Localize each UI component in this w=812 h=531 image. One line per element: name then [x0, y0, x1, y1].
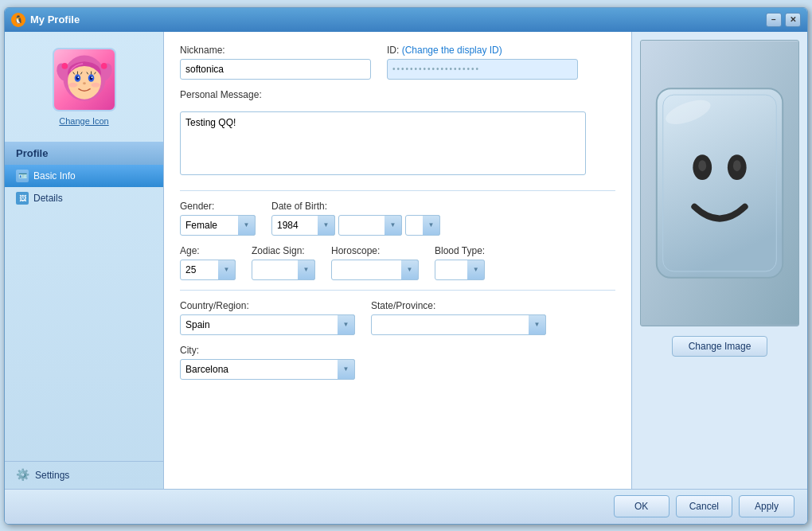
minimize-button[interactable]: −: [766, 13, 782, 27]
svg-point-27: [733, 160, 741, 171]
age-select[interactable]: 25: [180, 260, 236, 280]
blood-label: Blood Type:: [435, 245, 485, 256]
zodiac-select-wrapper: ▼: [252, 260, 315, 280]
svg-point-19: [91, 82, 100, 87]
profile-image-box: [640, 40, 799, 326]
country-group: Country/Region: Spain ▼: [180, 300, 355, 335]
personal-message-label: Personal Message:: [180, 89, 262, 100]
blood-group: Blood Type: ABABO ▼: [435, 245, 485, 280]
id-label: ID: (Change the display ID): [387, 45, 578, 56]
close-button[interactable]: ✕: [785, 13, 801, 27]
country-state-row: Country/Region: Spain ▼ State/Province:: [180, 300, 615, 335]
personal-message-input[interactable]: Testing QQ!: [180, 111, 586, 175]
state-label: State/Province:: [371, 300, 546, 311]
country-select-wrapper: Spain ▼: [180, 314, 355, 335]
id-input[interactable]: [387, 59, 578, 80]
sidebar-profile-header[interactable]: Profile: [5, 142, 163, 165]
app-icon: 🐧: [11, 13, 25, 27]
blood-select-wrapper: ABABO ▼: [435, 260, 485, 280]
avatar[interactable]: [53, 48, 116, 111]
main-content: Nickname: ID: (Change the display ID) Pe…: [164, 32, 632, 489]
dob-group: Date of Birth: 1984 ▼ JanFebMar: [271, 201, 440, 236]
sidebar-nav: Profile 🪪 Basic Info 🖼 Details: [5, 142, 163, 209]
age-group: Age: 25 ▼: [180, 245, 236, 280]
details-label: Details: [33, 193, 63, 204]
state-select[interactable]: [371, 314, 546, 335]
svg-point-10: [77, 76, 79, 78]
zodiac-group: Zodiac Sign: ▼: [252, 245, 315, 280]
sidebar-footer-settings[interactable]: ⚙️ Settings: [5, 461, 163, 489]
change-icon-label[interactable]: Change Icon: [59, 116, 108, 126]
right-panel: Change Image: [632, 32, 807, 489]
avatar-area: Change Icon: [53, 48, 116, 126]
cancel-button[interactable]: Cancel: [676, 495, 732, 517]
basic-info-label: Basic Info: [33, 170, 76, 182]
gender-select-wrapper: Female Male Unknown ▼: [180, 215, 256, 236]
window-footer: OK Cancel Apply: [5, 489, 807, 524]
gender-dob-row: Gender: Female Male Unknown ▼ Date of Bi…: [180, 201, 615, 236]
svg-point-18: [68, 82, 77, 87]
city-label: City:: [180, 345, 355, 356]
horoscope-label: Horoscope:: [331, 245, 419, 256]
nickname-label: Nickname:: [180, 45, 371, 56]
horoscope-group: Horoscope: ▼: [331, 245, 419, 280]
sidebar: Change Icon Profile 🪪 Basic Info 🖼 Detai…: [5, 32, 164, 489]
settings-icon: ⚙️: [16, 468, 30, 482]
gender-select[interactable]: Female Male Unknown: [180, 215, 256, 236]
horoscope-select[interactable]: [331, 260, 419, 280]
title-bar: 🐧 My Profile − ✕: [5, 8, 807, 32]
horoscope-select-wrapper: ▼: [331, 260, 419, 280]
city-select[interactable]: Barcelona: [180, 359, 355, 380]
sidebar-item-basic-info[interactable]: 🪪 Basic Info: [5, 165, 163, 187]
svg-point-20: [83, 82, 86, 84]
details-icon: 🖼: [16, 192, 29, 205]
year-select-wrapper: 1984 ▼: [271, 215, 335, 236]
dob-label: Date of Birth:: [271, 201, 440, 212]
city-select-wrapper: Barcelona ▼: [180, 359, 355, 380]
city-group: City: Barcelona ▼: [180, 345, 355, 380]
state-select-wrapper: ▼: [371, 314, 546, 335]
change-image-button[interactable]: Change Image: [672, 336, 768, 357]
settings-label: Settings: [35, 470, 69, 481]
age-label: Age:: [180, 245, 236, 256]
country-label: Country/Region:: [180, 300, 355, 311]
divider-2: [180, 290, 615, 291]
blood-select[interactable]: ABABO: [435, 260, 478, 280]
gender-group: Gender: Female Male Unknown ▼: [180, 201, 256, 236]
apply-button[interactable]: Apply: [739, 495, 794, 517]
nickname-input[interactable]: [180, 59, 371, 80]
window-controls: − ✕: [766, 13, 801, 27]
window-body: Change Icon Profile 🪪 Basic Info 🖼 Detai…: [5, 32, 807, 489]
sidebar-item-details[interactable]: 🖼 Details: [5, 187, 163, 209]
ok-button[interactable]: OK: [614, 495, 670, 517]
month-select-wrapper: JanFebMar ▼: [338, 215, 402, 236]
gender-label: Gender:: [180, 201, 256, 212]
age-zodiac-row: Age: 25 ▼ Zodiac Sign: ▼: [180, 245, 615, 280]
main-window: 🐧 My Profile − ✕: [4, 7, 808, 525]
svg-point-3: [61, 63, 68, 69]
change-id-link[interactable]: (Change the display ID): [402, 45, 502, 56]
window-title: My Profile: [30, 14, 80, 25]
country-select[interactable]: Spain: [180, 314, 355, 335]
city-row: City: Barcelona ▼: [180, 345, 615, 380]
profile-image-svg: [641, 40, 798, 326]
id-group: ID: (Change the display ID): [387, 45, 578, 80]
day-select[interactable]: [405, 215, 440, 236]
nickname-group: Nickname:: [180, 45, 371, 80]
personal-message-area: Personal Message: Testing QQ!: [180, 89, 615, 178]
dob-inputs: 1984 ▼ JanFebMar ▼: [271, 215, 440, 236]
year-select[interactable]: 1984: [271, 215, 335, 236]
zodiac-select[interactable]: [252, 260, 315, 280]
svg-point-26: [698, 160, 706, 171]
nickname-id-row: Nickname: ID: (Change the display ID): [180, 45, 615, 80]
day-select-wrapper: ▼: [405, 215, 440, 236]
svg-point-11: [91, 76, 92, 78]
avatar-svg: [54, 48, 115, 111]
basic-info-icon: 🪪: [16, 170, 29, 182]
svg-point-4: [100, 63, 107, 69]
state-group: State/Province: ▼: [371, 300, 546, 335]
month-select[interactable]: JanFebMar: [338, 215, 402, 236]
zodiac-label: Zodiac Sign:: [252, 245, 315, 256]
divider-1: [180, 190, 615, 191]
age-select-wrapper: 25 ▼: [180, 260, 236, 280]
